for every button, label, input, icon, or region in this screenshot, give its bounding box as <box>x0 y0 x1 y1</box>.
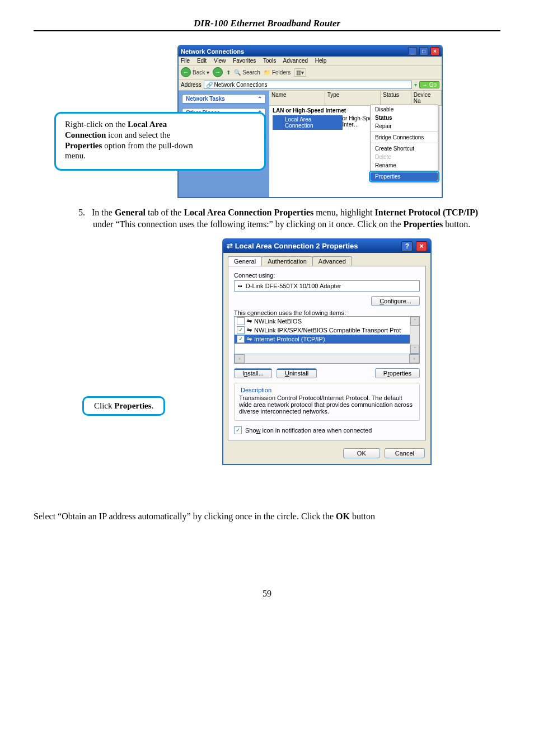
checkbox-checked[interactable]: ✓ <box>237 326 245 334</box>
ctx-status[interactable]: Status <box>371 114 438 122</box>
tab-advanced[interactable]: Advanced <box>312 256 352 266</box>
go-button[interactable]: → Go <box>419 81 439 88</box>
checkbox-checked[interactable]: ✓ <box>237 335 245 343</box>
address-value: Network Connections <box>214 82 267 88</box>
install-button[interactable]: Install... <box>234 368 272 378</box>
cancel-button[interactable]: Cancel <box>385 448 425 458</box>
menu-edit[interactable]: Edit <box>197 58 207 64</box>
description-text: Transmission Control Protocol/Internet P… <box>239 395 415 415</box>
ctx-repair[interactable]: Repair <box>371 122 438 130</box>
scroll-up-icon[interactable]: ˄ <box>410 317 419 326</box>
back-button[interactable]: ←Back ▾ <box>181 67 209 77</box>
listbox-scrollbar-horizontal[interactable]: ‹ › <box>234 354 420 364</box>
ctx-rename[interactable]: Rename <box>371 161 438 170</box>
address-label: Address <box>181 82 202 88</box>
item-tcpip[interactable]: ✓⇋Internet Protocol (TCP/IP) <box>235 335 419 344</box>
step5-ip: Internet Protocol (TCP/IP) <box>375 208 479 217</box>
search-label: Search <box>242 69 260 76</box>
nc-toolbar: ←Back ▾ → ⬆ 🔍 Search 📁 Folders ▥▾ <box>179 65 442 79</box>
configure-button[interactable]: Configure... <box>371 296 420 306</box>
ctx-properties[interactable]: Properties <box>371 172 438 181</box>
forward-button[interactable]: → <box>213 67 223 77</box>
scroll-down-icon[interactable]: ˅ <box>410 345 419 354</box>
folders-button[interactable]: 📁 Folders <box>264 69 291 76</box>
step5-t4: under “This connection uses the followin… <box>93 219 404 229</box>
nic-icon: ▪▪ <box>238 283 242 289</box>
search-button[interactable]: 🔍 Search <box>234 69 260 76</box>
callout1-t3: option from the pull-down <box>102 141 193 150</box>
uses-items-label: This connection uses the following items… <box>234 309 420 316</box>
nc-titlebar: Network Connections _ □ × <box>179 46 442 57</box>
show-icon-checkbox[interactable]: ✓ <box>234 426 242 434</box>
figure-properties-dialog: ⇄ Local Area Connection 2 Properties ? ×… <box>82 238 452 501</box>
callout1-b3: Properties <box>65 141 102 150</box>
close-button[interactable]: × <box>430 47 439 55</box>
tabstrip: General Authentication Advanced <box>223 253 430 266</box>
properties-button[interactable]: Properties <box>375 368 420 378</box>
address-dropdown-icon[interactable]: ▾ <box>414 82 417 88</box>
description-legend: Description <box>239 387 273 393</box>
connect-using-label: Connect using: <box>234 272 420 279</box>
header-rule <box>34 30 500 31</box>
final-t1: Select “Obtain an IP address automatical… <box>34 511 336 521</box>
adapter-name: D-Link DFE-550TX 10/100 Adapter <box>246 283 341 289</box>
listbox-scrollbar-vertical[interactable]: ˄ ˅ <box>410 317 419 354</box>
menu-help[interactable]: Help <box>315 58 327 64</box>
scroll-left-icon[interactable]: ‹ <box>235 354 245 363</box>
address-input[interactable]: 🔗 Network Connections <box>204 81 412 89</box>
col-type[interactable]: Type <box>325 91 381 105</box>
callout2-post: . <box>152 401 154 410</box>
window-controls: _ □ × <box>407 47 439 55</box>
ctx-shortcut[interactable]: Create Shortcut <box>371 144 438 153</box>
configure-label: onfigure... <box>384 298 411 304</box>
uninstall-button[interactable]: Uninstall <box>277 368 317 378</box>
final-t2: button <box>350 511 375 521</box>
dialog-title: Local Area Connection 2 Properties <box>235 242 358 250</box>
show-icon-label: Show icon in notification area when conn… <box>245 427 372 434</box>
minimize-button[interactable]: _ <box>408 47 417 55</box>
step5-t1: In the <box>92 208 115 217</box>
context-menu: Disable Status Repair Bridge Connections… <box>370 105 438 181</box>
close-button[interactable]: × <box>416 241 427 251</box>
tab-general[interactable]: General <box>228 256 262 266</box>
ctx-disable[interactable]: Disable <box>371 105 438 114</box>
item-local-area-connection[interactable]: Local Area Connection <box>273 115 343 130</box>
callout-click-properties: Click Properties. <box>82 396 165 416</box>
panel-collapse-icon[interactable]: ⌃ <box>257 96 262 102</box>
col-status[interactable]: Status <box>381 91 411 105</box>
lac-properties-dialog: ⇄ Local Area Connection 2 Properties ? ×… <box>222 238 432 465</box>
ctx-delete: Delete <box>371 153 438 161</box>
nc-menubar: File Edit View Favorites Tools Advanced … <box>179 57 442 65</box>
help-button[interactable]: ? <box>401 241 413 251</box>
nc-addressbar: Address 🔗 Network Connections ▾ → Go <box>179 79 442 91</box>
maximize-button[interactable]: □ <box>419 47 428 55</box>
protocol-icon: ⇋ <box>247 335 252 342</box>
views-button[interactable]: ▥▾ <box>294 68 306 77</box>
menu-favorites[interactable]: Favorites <box>233 58 256 64</box>
menu-file[interactable]: File <box>181 58 190 64</box>
scroll-right-icon[interactable]: › <box>409 354 419 363</box>
step5-t2: tab of the <box>146 208 184 217</box>
up-button[interactable]: ⬆ <box>226 69 231 76</box>
show-icon-row[interactable]: ✓ Show icon in notification area when co… <box>234 426 420 434</box>
callout1-b2: Connection <box>65 130 106 139</box>
step-5-text: 5. In the General tab of the Local Area … <box>78 207 500 231</box>
page-number: 59 <box>34 589 500 599</box>
item-nwlink-ipx[interactable]: ✓⇋NWLink IPX/SPX/NetBIOS Compatible Tran… <box>235 326 419 335</box>
step5-general: General <box>115 208 146 217</box>
step5-t5: button. <box>443 219 470 229</box>
callout1-t1: Right-click on the <box>65 120 128 129</box>
menu-view[interactable]: View <box>214 58 226 64</box>
ctx-bridge[interactable]: Bridge Connections <box>371 133 438 142</box>
col-name[interactable]: Name <box>269 91 325 105</box>
tab-authentication[interactable]: Authentication <box>261 256 313 266</box>
menu-advanced[interactable]: Advanced <box>283 58 308 64</box>
col-device[interactable]: Device Na <box>411 91 442 105</box>
menu-tools[interactable]: Tools <box>263 58 276 64</box>
item-nwlink-netbios[interactable]: ⇋NWLink NetBIOS <box>235 317 419 326</box>
dialog-titlebar: ⇄ Local Area Connection 2 Properties ? × <box>223 240 430 253</box>
protocol-icon: ⇋ <box>247 326 252 334</box>
checkbox-unchecked[interactable] <box>237 317 245 325</box>
items-listbox[interactable]: ⇋NWLink NetBIOS ✓⇋NWLink IPX/SPX/NetBIOS… <box>234 316 420 354</box>
ok-button[interactable]: OK <box>343 448 380 458</box>
